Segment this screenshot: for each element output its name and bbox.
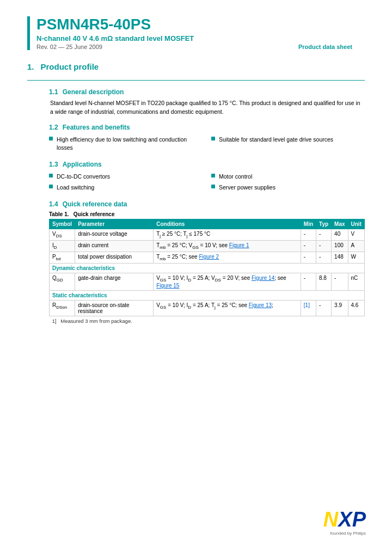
cell-unit: V [348,229,364,241]
feature-item-1: High efficiency due to low switching and… [49,134,203,152]
app-item-2: Load switching [49,182,203,193]
feature-text-2: Suitable for standard level gate drive s… [219,136,333,144]
document-type: Product data sheet [298,44,352,50]
section-1-header: 1.Product profile [27,62,365,76]
header-text-block: PSMN4R5-40PS N-channel 40 V 4.6 mΩ stand… [36,16,352,50]
table-row: VDS drain-source voltage Tj ≥ 25 °C; Tj … [50,229,365,241]
subsection-1-4-title: 1.4Quick reference data [49,200,365,208]
app-item-3: Motor control [211,172,365,182]
app-item-1: DC-to-DC convertors [49,172,203,182]
app-text-3: Motor control [219,173,252,181]
footnote-text: 1] Measured 3 mm from package. [50,316,365,326]
cell-unit: W [348,252,364,264]
table-number: Table 1. [49,211,69,217]
cell-conditions: Tj ≥ 25 °C; Tj ≤ 175 °C [154,229,301,241]
table-row: Ptot total power dissipation Tmb = 25 °C… [50,252,365,264]
revision-info: Rev. 02 — 25 June 2009 [36,44,102,50]
nxp-tagline: founded by Philips [330,531,366,536]
section-divider [27,80,365,81]
cell-conditions: VGS = 10 V; ID = 25 A; VDS = 20 V; see F… [154,273,301,291]
bullet-icon-app-1 [49,174,53,177]
app-text-2: Load switching [57,183,94,192]
subsection-1-3: 1.3Applications DC-to-DC convertors Moto… [49,161,365,193]
dynamic-section-label: Dynamic characteristics [50,264,365,273]
nxp-letter-n: N [323,509,338,530]
cell-symbol: RDSon [50,301,75,316]
subsection-1-1-title: 1.1General description [49,88,365,96]
cell-conditions: Tmb = 25 °C; VGS = 10 V; see Figure 1 [154,241,301,252]
cell-min: - [301,229,316,241]
cell-max: 4.6 [348,301,364,316]
feature-text-1: High efficiency due to low switching and… [57,136,203,151]
table-row: ID drain current Tmb = 25 °C; VGS = 10 V… [50,241,365,252]
subsection-1-4: 1.4Quick reference data Table 1. Quick r… [49,200,365,326]
cell-max: 148 [332,252,348,264]
table-row: RDSon drain-source on-state resistance V… [50,301,365,316]
col-typ: Typ [316,219,332,229]
table-header-row: Symbol Parameter Conditions Min Typ Max … [50,219,365,229]
table-section-row-static: Static characteristics [50,291,365,301]
subsection-1-1: 1.1General description Standard level N-… [49,88,365,117]
cell-min: - [301,252,316,264]
table-name: Quick reference [74,211,115,217]
col-symbol: Symbol [50,219,75,229]
features-grid: High efficiency due to low switching and… [49,134,365,152]
nxp-logo-graphic: N XP [323,509,366,530]
table-footnote-row: 1] Measured 3 mm from package. [50,316,365,326]
cell-symbol: ID [50,241,75,252]
cell-typ: 3.9 [332,301,348,316]
cell-min: [1] [301,301,316,316]
cell-parameter: gate-drain charge [75,273,154,291]
cell-conditions: Tmb = 25 °C; see Figure 2 [154,252,301,264]
cell-parameter: drain-source on-state resistance [75,301,154,316]
subsection-1-2-title: 1.2Features and benefits [49,124,365,131]
subsection-1-2: 1.2Features and benefits High efficiency… [49,124,365,152]
cell-parameter: total power dissipation [75,252,154,264]
cell-typ: 8.8 [316,273,332,291]
app-item-4: Server power supplies [211,182,365,193]
feature-item-2: Suitable for standard level gate drive s… [211,134,365,152]
cell-parameter: drain current [75,241,154,252]
col-unit: Unit [348,219,364,229]
table-row: QGD gate-drain charge VGS = 10 V; ID = 2… [50,273,365,291]
cell-symbol: Ptot [50,252,75,264]
bullet-icon-app-4 [211,185,215,188]
col-min: Min [301,219,316,229]
bullet-icon-app-3 [211,174,215,177]
cell-typ: - [316,241,332,252]
cell-unit: nC [348,273,364,291]
bullet-icon-app-2 [49,185,53,188]
cell-typ: - [316,229,332,241]
section-1: 1.Product profile 1.1General description… [27,62,365,326]
cell-min-val: - [316,301,332,316]
cell-min: - [301,241,316,252]
cell-conditions: VGS = 10 V; ID = 25 A; Tj = 25 °C; see F… [154,301,301,316]
col-max: Max [332,219,348,229]
bullet-icon-1 [49,137,53,140]
table-label: Table 1. Quick reference [49,211,365,217]
applications-grid: DC-to-DC convertors Motor control Load s… [49,172,365,193]
cell-min: - [301,273,316,291]
col-conditions: Conditions [154,219,301,229]
cell-typ: - [316,252,332,264]
section-1-title: 1.Product profile [27,62,99,71]
product-subtitle: N-channel 40 V 4.6 mΩ standard level MOS… [36,34,352,42]
product-title: PSMN4R5-40PS [36,16,352,33]
header-accent-bar [27,16,30,50]
bullet-icon-2 [211,137,215,140]
cell-max: 100 [332,241,348,252]
app-text-1: DC-to-DC convertors [57,173,110,181]
subsection-1-1-body: Standard level N-channel MOSFET in TO220… [50,99,365,117]
static-section-label: Static characteristics [50,291,365,301]
cell-max: 40 [332,229,348,241]
cell-symbol: VDS [50,229,75,241]
nxp-letters-xp: XP [338,509,366,530]
subsection-1-3-title: 1.3Applications [49,161,365,168]
app-text-4: Server power supplies [219,183,275,192]
cell-unit: A [348,241,364,252]
cell-max: - [332,273,348,291]
header-meta-row: Rev. 02 — 25 June 2009 Product data shee… [36,44,352,50]
cell-parameter: drain-source voltage [75,229,154,241]
cell-symbol: QGD [50,273,75,291]
quick-reference-table: Symbol Parameter Conditions Min Typ Max … [49,219,365,326]
